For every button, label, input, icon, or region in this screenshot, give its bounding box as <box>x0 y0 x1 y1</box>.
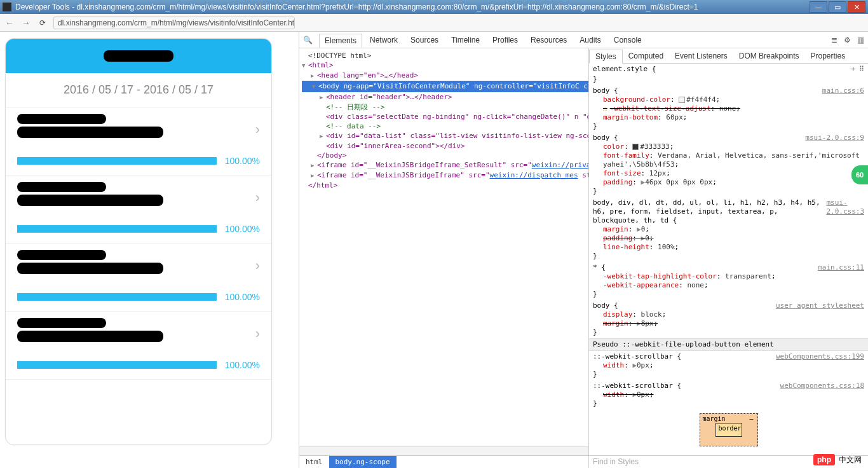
tab-computed[interactable]: Computed <box>623 50 669 62</box>
tab-elements[interactable]: Elements <box>319 34 362 48</box>
tab-sources[interactable]: Sources <box>405 34 444 46</box>
dom-node[interactable]: </body> <box>317 151 346 160</box>
css-property[interactable]: -webkit-appearance: none; <box>589 281 868 290</box>
settings-icon[interactable]: ⚙ <box>844 36 851 45</box>
css-property[interactable]: margin: ▶8px; <box>589 319 868 328</box>
expand-toggle[interactable] <box>320 131 326 141</box>
search-icon[interactable]: 🔍 <box>303 36 313 45</box>
tab-dom-breakpoints[interactable]: DOM Breakpoints <box>733 50 805 62</box>
app-icon <box>3 3 11 11</box>
css-property[interactable]: font-size: 12px; <box>589 169 868 178</box>
dom-breadcrumb: html body.ng-scope <box>299 455 588 468</box>
address-bar[interactable]: dl.xinshangmeng.com/crm_m/html/mg/views/… <box>53 17 295 29</box>
css-source-link[interactable]: msui-2.0.css:3 <box>826 198 864 225</box>
dom-node-selected[interactable]: <body ng-app="VisitInfoCenterModule" ng-… <box>302 81 588 92</box>
dom-node[interactable]: <!DOCTYPE html> <box>308 52 371 60</box>
dock-icon[interactable]: ▥ <box>857 36 864 45</box>
dom-node[interactable]: </html> <box>308 181 337 189</box>
list-item[interactable]: › 100.00% <box>6 244 271 312</box>
watermark: php 中文网 <box>813 454 862 465</box>
dom-tree[interactable]: <!DOCTYPE html> <html> <head lang="en">…… <box>299 48 588 446</box>
tab-console[interactable]: Console <box>609 34 647 46</box>
expand-toggle[interactable] <box>311 71 317 81</box>
forward-button[interactable]: → <box>20 17 32 29</box>
dom-link[interactable]: weixin://dispatch_mes <box>490 171 578 179</box>
dom-node[interactable]: <div id="data-list" class="list-view vis… <box>326 132 588 140</box>
breadcrumb-item[interactable]: html <box>299 456 329 468</box>
devtools-panel: 🔍 Elements Network Sources Timeline Prof… <box>299 32 868 468</box>
window-close-button[interactable]: ✕ <box>848 1 865 13</box>
dom-node[interactable]: <!-- 日期段 --> <box>326 103 385 111</box>
back-button[interactable]: ← <box>4 17 15 29</box>
reload-button[interactable]: ⟳ <box>37 17 48 29</box>
dom-node[interactable]: <head lang="en">…</head> <box>317 71 418 79</box>
window-minimize-button[interactable]: — <box>810 1 827 13</box>
css-source-link[interactable]: main.css:6 <box>822 86 864 95</box>
tab-styles[interactable]: Styles <box>589 50 623 64</box>
expand-toggle[interactable] <box>311 170 317 181</box>
css-property[interactable]: margin-bottom: 60px; <box>589 113 868 122</box>
new-rule-icon[interactable]: + <box>851 65 855 74</box>
drawer-icon[interactable]: ≣ <box>831 36 837 45</box>
toggle-state-icon[interactable]: ⠿ <box>859 65 864 74</box>
tab-properties[interactable]: Properties <box>804 50 851 62</box>
dom-node[interactable]: <!-- data --> <box>326 122 381 130</box>
tab-resources[interactable]: Resources <box>526 34 572 46</box>
floating-badge[interactable]: 60 <box>851 165 868 184</box>
css-property[interactable]: color: #333333; <box>589 142 868 151</box>
percentage-label: 100.00% <box>223 156 260 166</box>
tab-timeline[interactable]: Timeline <box>446 34 485 46</box>
css-property[interactable]: padding: ▶46px 0px 0px 0px; <box>589 178 868 187</box>
css-rule-header[interactable]: ::-webkit-scrollbar {webComponents.css:1… <box>589 351 868 361</box>
css-source-link[interactable]: main.css:11 <box>818 263 864 272</box>
tab-audits[interactable]: Audits <box>574 34 606 46</box>
mobile-frame: 2016 / 05 / 17 - 2016 / 05 / 17 › 100.00… <box>5 38 272 445</box>
styles-rules[interactable]: element.style { + ⠿ } body {main.css:6ba… <box>589 64 868 455</box>
css-property[interactable]: ⚠-webkit-text-size-adjust: none; <box>589 104 868 113</box>
dom-node[interactable]: <header id="header">…</header> <box>326 93 452 101</box>
styles-tabbar: Styles Computed Event Listeners DOM Brea… <box>589 48 868 64</box>
dom-node[interactable]: <div id="innerArea-second"></div> <box>326 142 465 150</box>
list-item[interactable]: › 100.00% <box>6 107 271 176</box>
expand-toggle[interactable] <box>311 160 317 170</box>
css-source-link[interactable]: webComponents.css:199 <box>776 352 864 361</box>
css-rule-header[interactable]: body {msui-2.0.css:9 <box>589 132 868 142</box>
css-rule-header[interactable]: body {user agent stylesheet <box>589 300 868 310</box>
date-range[interactable]: 2016 / 05 / 17 - 2016 / 05 / 17 <box>6 73 271 107</box>
css-rule-header[interactable]: body, div, dl, dt, dd, ul, ol, li, h1, h… <box>589 197 868 225</box>
pseudo-section-header: Pseudo ::-webkit-file-upload-button elem… <box>589 338 868 351</box>
expand-toggle[interactable] <box>320 92 326 102</box>
chevron-right-icon: › <box>255 258 260 274</box>
list-item[interactable]: › 100.00% <box>6 312 271 380</box>
css-rule-header[interactable]: ::-webkit-scrollbar {webComponents.css:1… <box>589 380 868 390</box>
redacted-text <box>17 331 163 342</box>
tab-event-listeners[interactable]: Event Listeners <box>669 50 733 62</box>
tab-network[interactable]: Network <box>365 34 403 46</box>
css-rule-header[interactable]: body {main.css:6 <box>589 85 868 95</box>
horizontal-scrollbar[interactable] <box>299 446 588 455</box>
dom-link[interactable]: weixin://private/setresult/SCENE_FETCHQU… <box>532 161 588 169</box>
list-item[interactable]: › 100.00% <box>6 176 271 244</box>
css-source-link[interactable]: webComponents.css:18 <box>780 382 864 390</box>
window-maximize-button[interactable]: ▭ <box>829 1 846 13</box>
breadcrumb-item[interactable]: body.ng-scope <box>329 456 397 468</box>
dom-node[interactable]: <div class="selectDate ng-binding" ng-cl… <box>326 113 588 121</box>
css-property[interactable]: line-height: 100%; <box>589 243 868 252</box>
css-property[interactable]: padding: ▶0; <box>589 234 868 243</box>
browser-toolbar: ← → ⟳ dl.xinshangmeng.com/crm_m/html/mg/… <box>0 14 868 32</box>
css-source-link[interactable]: msui-2.0.css:9 <box>805 134 864 142</box>
css-rule-header[interactable]: * {main.css:11 <box>589 262 868 272</box>
expand-toggle[interactable] <box>302 60 308 71</box>
dom-node[interactable]: <html> <box>308 61 334 69</box>
css-property[interactable]: width: ▶0px; <box>589 361 868 370</box>
css-property[interactable]: font-family: Verdana, Arial, Helvetica, … <box>589 151 868 169</box>
css-property[interactable]: -webkit-tap-highlight-color: transparent… <box>589 272 868 281</box>
tab-profiles[interactable]: Profiles <box>487 34 523 46</box>
css-source-link[interactable]: user agent stylesheet <box>776 301 864 310</box>
progress-bar <box>17 225 217 233</box>
css-property[interactable]: width: ▶0px; <box>589 390 868 399</box>
css-property[interactable]: display: block; <box>589 310 868 319</box>
css-property[interactable]: margin: ▶0; <box>589 225 868 234</box>
css-property[interactable]: background-color: #f4f4f4; <box>589 95 868 104</box>
box-model: margin – border – <box>589 410 868 450</box>
